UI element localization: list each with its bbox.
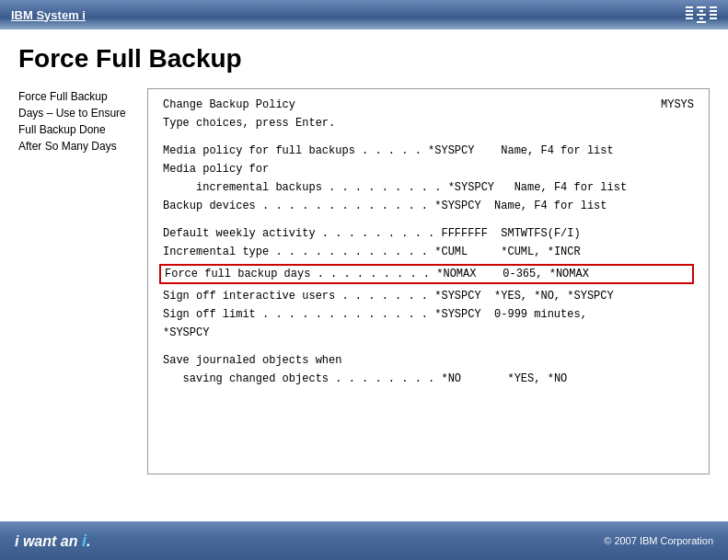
panel-row-media-for: Media policy for <box>163 163 694 176</box>
panel-row-media-full: Media policy for full backups . . . . . … <box>163 144 694 157</box>
row-options-weekly: SMTWTFS(F/I) <box>501 227 580 240</box>
page-title: Force Full Backup <box>18 44 710 74</box>
row-options-sign-off-limit: 0-999 minutes, <box>494 308 587 321</box>
row-label-backup-devices: Backup devices . . . . . . . . . . . . .… <box>163 200 494 212</box>
row-label-incremental: incremental backups . . . . . . . . . *S… <box>163 181 514 194</box>
row-options-backup-devices: Name, F4 for list <box>494 200 607 212</box>
panel-row-sign-off-limit: Sign off limit . . . . . . . . . . . . .… <box>163 308 694 321</box>
row-options-incr-type: *CUML, *INCR <box>501 246 580 258</box>
panel-header: Change Backup Policy MYSYS <box>163 98 694 111</box>
content-layout: Force Full Backup Days – Use to Ensure F… <box>18 88 710 474</box>
ibm-logo-top <box>686 6 717 23</box>
main-content: Force Full Backup Force Full Backup Days… <box>0 29 728 489</box>
panel-row-backup-devices: Backup devices . . . . . . . . . . . . .… <box>163 200 694 212</box>
panel-row-save-journaled: Save journaled objects when <box>163 354 694 367</box>
row-label-weekly: Default weekly activity . . . . . . . . … <box>163 227 501 240</box>
row-label-media-for: Media policy for <box>163 163 476 176</box>
panel-row-weekly: Default weekly activity . . . . . . . . … <box>163 227 694 240</box>
panel: Change Backup Policy MYSYS Type choices,… <box>147 88 710 474</box>
row-label-media-full: Media policy for full backups . . . . . … <box>163 144 501 157</box>
sidebar: Force Full Backup Days – Use to Ensure F… <box>18 88 129 474</box>
footer-brand: i want an i. <box>15 531 90 551</box>
panel-header-title: Change Backup Policy <box>163 98 295 111</box>
row-label-sign-off-limit: Sign off limit . . . . . . . . . . . . .… <box>163 308 494 321</box>
row-options-media-full: Name, F4 for list <box>501 144 613 157</box>
panel-header-sys: MYSYS <box>661 98 694 111</box>
panel-row-incremental: incremental backups . . . . . . . . . *S… <box>163 181 694 194</box>
panel-subtitle: Type choices, press Enter. <box>163 117 694 130</box>
row-options-sign-off: *YES, *NO, *SYSPCY <box>494 290 614 303</box>
footer: i want an i. © 2007 IBM Corporation <box>0 521 728 560</box>
footer-copyright: © 2007 IBM Corporation <box>604 535 713 546</box>
panel-row-syspcy: *SYSPCY <box>163 326 694 339</box>
footer-brand-i: i <box>82 531 87 550</box>
sidebar-description: Force Full Backup Days – Use to Ensure F… <box>18 88 129 154</box>
panel-row-incr-type: Incremental type . . . . . . . . . . . .… <box>163 246 694 258</box>
row-options-force-full: 0-365, *NOMAX <box>503 268 589 280</box>
row-label-syspcy: *SYSPCY <box>163 326 476 339</box>
footer-brand-text: i want an i. <box>15 531 90 551</box>
top-bar: IBM System i <box>0 0 728 29</box>
panel-row-saving-changed: saving changed objects . . . . . . . . *… <box>163 372 694 385</box>
top-bar-title[interactable]: IBM System i <box>11 8 86 22</box>
row-label-sign-off: Sign off interactive users . . . . . . .… <box>163 290 494 303</box>
panel-row-sign-off: Sign off interactive users . . . . . . .… <box>163 290 694 303</box>
row-options-saving-changed: *YES, *NO <box>507 372 567 385</box>
row-label-force-full: Force full backup days . . . . . . . . .… <box>165 268 503 280</box>
row-label-save-journaled: Save journaled objects when <box>163 354 476 367</box>
row-label-incr-type: Incremental type . . . . . . . . . . . .… <box>163 246 501 258</box>
row-options-incremental: Name, F4 for list <box>514 181 627 194</box>
row-label-saving-changed: saving changed objects . . . . . . . . *… <box>163 372 507 385</box>
panel-row-force-full: Force full backup days . . . . . . . . .… <box>159 264 694 284</box>
